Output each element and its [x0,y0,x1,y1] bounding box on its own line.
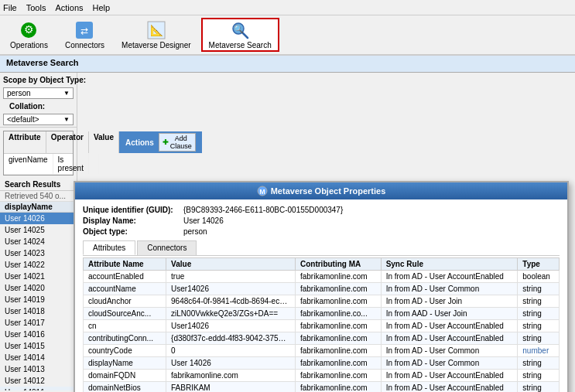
object-type-value: person [183,227,207,236]
table-row: domainFQDNfabrikamonline.comfabrikamonli… [84,370,560,382]
results-list: User 14026 User 14025 User 14024 User 14… [0,213,77,390]
mv-designer-label: Metaverse Designer [122,41,190,49]
left-panel: Scope by Object Type: person ▼ Collation… [0,73,77,390]
operations-label: Operations [10,41,48,49]
display-name-label: Display Name: [83,216,183,225]
add-clause-button[interactable]: ✚ Add Clause [159,133,196,152]
collation-dropdown-arrow: ▼ [63,116,70,123]
svg-line-7 [242,32,248,38]
col-sync-rule: Sync Rule [381,258,518,271]
table-row: cloudSourceAnc...ziLN00VwkkeQ2e3/ZGs+DA=… [84,308,560,320]
menu-bar: File Tools Actions Help [0,0,575,15]
col-contributing-ma: Contributing MA [295,258,381,271]
display-name-value: User 14026 [183,216,224,225]
collation-dropdown[interactable]: <default> ▼ [3,114,74,125]
menu-help[interactable]: Help [93,3,111,12]
toolbar-connectors[interactable]: ⇄ Connectors [58,18,111,52]
object-type-label: Object type: [83,227,183,236]
dialog-tabs: Attributes Connectors [83,240,560,256]
result-item-13[interactable]: User 14013 [0,363,77,375]
guid-label: Unique identifier (GUID): [83,206,183,214]
table-row: contributingConn...{d380f37c-eddd-4f83-9… [84,332,560,345]
svg-text:🔍: 🔍 [234,24,244,34]
search-results-label: Search Results [0,179,77,191]
col-attr-name: Attribute Name [84,258,166,271]
table-row: displayNameUser 14026fabrikamonline.comI… [84,357,560,370]
attr-row-0: givenName Is present [4,154,73,175]
col-value: Value [166,258,296,271]
attr-col-header: Attribute [4,131,46,153]
table-row: cnUser14026fabrikamonline.comIn from AD … [84,320,560,332]
svg-text:⚙: ⚙ [24,23,34,36]
properties-dialog: M Metaverse Object Properties Unique ide… [74,181,569,392]
guid-value: {B9C89393-2466-E611-80BC-00155D000347} [183,206,343,214]
display-name-row: Display Name: User 14026 [83,216,560,225]
table-row: cloudAnchor9648c64-0f-9841-4cdb-8694-ecc… [84,295,560,308]
attr-cell-operator: Is present [53,154,89,174]
scope-dropdown[interactable]: person ▼ [3,87,74,99]
scope-label: Scope by Object Type: [3,76,86,84]
menu-tools[interactable]: Tools [26,3,46,12]
add-clause-icon: ✚ [163,138,169,146]
results-col-header: displayName [0,202,77,213]
mv-search-icon: 🔍 [231,21,249,39]
result-item-4[interactable]: User 14022 [0,259,77,271]
result-item-15[interactable]: User 14011 [0,387,77,390]
result-item-14[interactable]: User 14012 [0,375,77,387]
dialog-table-container: Attribute Name Value Contributing MA Syn… [83,256,560,392]
page-title: Metaverse Search [6,58,79,67]
operator-col-header: Operator [46,131,89,153]
result-item-0[interactable]: User 14026 [0,213,77,224]
dialog-body: Unique identifier (GUID): {B9C89393-2466… [75,199,567,392]
result-item-5[interactable]: User 14021 [0,271,77,282]
attr-cell-name: givenName [4,154,53,174]
result-item-3[interactable]: User 14023 [0,247,77,259]
toolbar-mv-designer[interactable]: 📐 Metaverse Designer [115,18,197,52]
result-item-6[interactable]: User 14020 [0,282,77,294]
dialog-title-bar: M Metaverse Object Properties [75,182,567,199]
main-content: Scope by Object Type: person ▼ Collation… [0,73,575,390]
toolbar: ⚙ Operations ⇄ Connectors 📐 Metaverse De… [0,15,575,56]
dialog-attributes-table: Attribute Name Value Contributing MA Syn… [83,257,560,392]
actions-col-header: Actions ✚ Add Clause [119,131,202,153]
object-type-row: Object type: person [83,227,560,236]
mv-designer-icon: 📐 [147,21,166,39]
col-type: Type [518,258,560,271]
connectors-label: Connectors [65,41,104,49]
table-row: countryCode0fabrikamonline.comIn from AD… [84,345,560,357]
dialog-title-icon: M [257,186,268,196]
operations-icon: ⚙ [19,21,38,39]
guid-row: Unique identifier (GUID): {B9C89393-2466… [83,206,560,214]
result-item-10[interactable]: User 14016 [0,329,77,340]
result-item-7[interactable]: User 14019 [0,294,77,305]
result-item-8[interactable]: User 14018 [0,305,77,317]
scope-dropdown-arrow: ▼ [63,90,70,97]
result-item-9[interactable]: User 14017 [0,317,77,329]
connectors-icon: ⇄ [75,21,94,39]
svg-text:⇄: ⇄ [80,26,88,36]
toolbar-operations[interactable]: ⚙ Operations [3,18,55,52]
svg-text:📐: 📐 [149,24,163,37]
result-item-12[interactable]: User 14014 [0,352,77,363]
toolbar-mv-search[interactable]: 🔍 Metaverse Search [201,18,279,52]
result-item-1[interactable]: User 14025 [0,224,77,236]
page-title-bar: Metaverse Search [0,56,575,73]
result-item-11[interactable]: User 14015 [0,340,77,352]
menu-file[interactable]: File [3,3,17,12]
attr-cell-value [89,154,99,174]
result-item-2[interactable]: User 14024 [0,236,77,247]
svg-text:M: M [259,188,265,196]
mv-search-label: Metaverse Search [209,41,272,49]
collation-label: Collation: [9,102,45,111]
results-count: Retrieved 540 o... [0,191,77,202]
value-col-header: Value [89,131,119,153]
table-row: domainNetBiosFABRIKAMfabrikamonline.comI… [84,382,560,393]
table-row: accountNameUser14026fabrikamonline.comIn… [84,283,560,295]
attr-cell-actions [99,154,169,174]
menu-actions[interactable]: Actions [55,3,83,12]
table-row: accountEnabledtruefabrikamonline.comIn f… [84,271,560,283]
tab-connectors[interactable]: Connectors [137,240,197,255]
tab-attributes[interactable]: Attributes [83,240,135,255]
